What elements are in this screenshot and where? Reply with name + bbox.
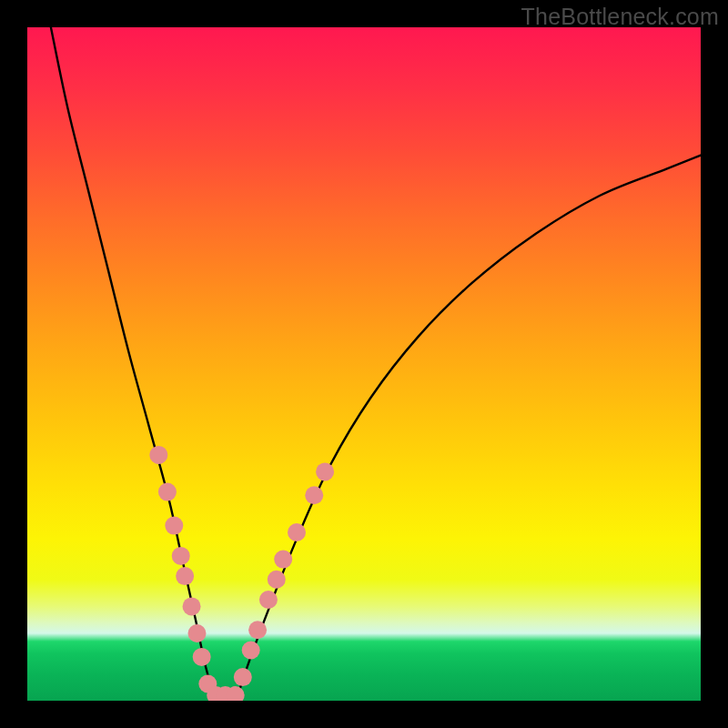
data-bead <box>149 446 167 464</box>
curves-svg <box>27 27 701 701</box>
curve-right-branch <box>236 156 701 701</box>
data-bead <box>274 551 292 569</box>
plot-area <box>27 27 701 701</box>
data-bead <box>268 571 286 589</box>
data-bead <box>158 483 177 501</box>
data-bead <box>234 668 252 686</box>
data-bead <box>183 597 201 615</box>
data-bead <box>259 591 278 609</box>
data-bead <box>242 642 260 660</box>
data-bead <box>316 462 334 480</box>
data-beads-group <box>149 446 334 701</box>
watermark-text: TheBottleneck.com <box>521 4 719 30</box>
data-bead <box>288 523 306 541</box>
chart-frame: TheBottleneck.com <box>0 0 728 728</box>
data-bead <box>187 624 206 642</box>
data-bead <box>248 621 267 639</box>
data-bead <box>305 486 323 504</box>
data-bead <box>176 567 194 585</box>
data-bead <box>193 648 211 666</box>
data-bead <box>165 517 183 535</box>
data-bead <box>172 547 190 565</box>
